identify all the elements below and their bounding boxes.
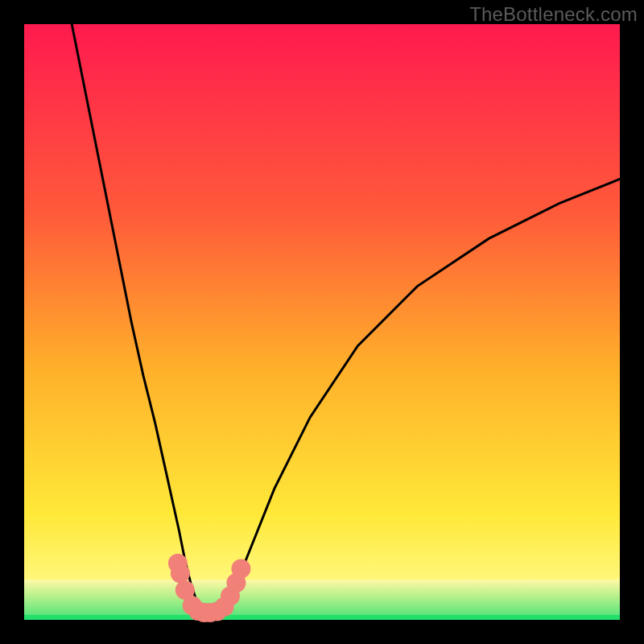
trough-marker [231,559,250,578]
chart-svg [24,24,620,620]
bottleneck-curve [72,24,620,613]
trough-markers [168,554,251,622]
chart-frame: TheBottleneck.com [0,0,644,644]
plot-area [24,24,620,620]
trough-marker [171,564,190,583]
watermark-text: TheBottleneck.com [469,3,638,26]
